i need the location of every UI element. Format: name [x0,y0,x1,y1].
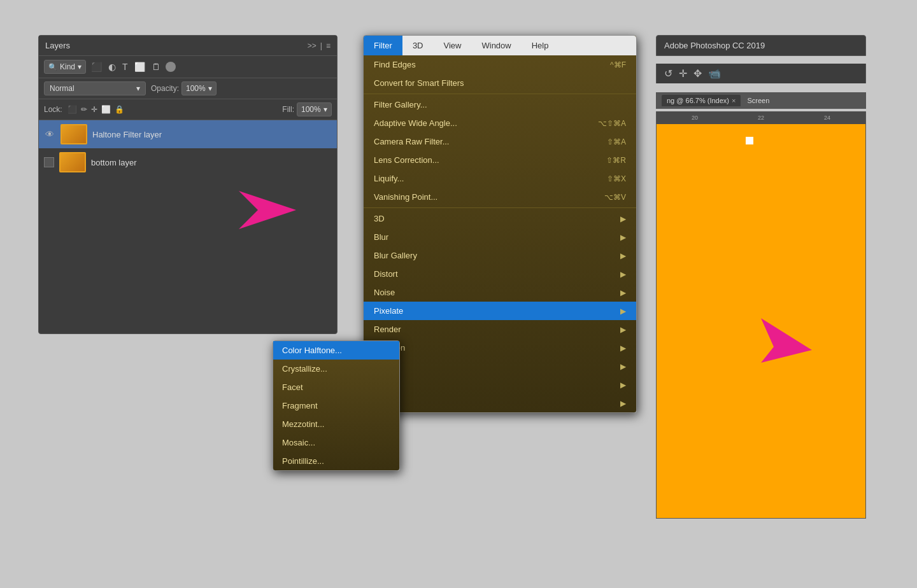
video-icon[interactable]: 📹 [708,67,721,80]
lock-pixels-icon[interactable]: ⬛ [68,105,77,114]
smart-object-icon[interactable]: 🗒 [150,60,162,73]
search-icon: 🔍 [48,63,57,71]
rotate-icon[interactable]: ↺ [664,67,672,80]
close-icon[interactable]: × [732,97,736,104]
layers-title: Layers [45,41,70,50]
layer-thumbnail-bottom [59,152,86,172]
menu-icon[interactable]: ≡ [326,41,331,50]
opacity-control: Opacity: 100% ▾ [151,81,217,95]
divider: | [320,41,322,50]
chevron-down-icon: ▾ [208,84,212,93]
arrow-pointing-submenu [755,312,818,375]
menu-item-filter-gallery[interactable]: Filter Gallery... [364,95,636,114]
submenu-item-facet[interactable]: Facet [273,378,399,396]
canvas-marker [746,137,753,144]
chevron-down-icon: ▾ [323,105,327,114]
lock-position-icon[interactable]: ✛ [91,105,97,114]
filter-menu: Filter 3D View Window Help Find Edges ^⌘… [363,35,637,413]
ps-title: Adobe Photoshop CC 2019 [664,41,765,50]
menu-item-other[interactable]: Other ▶ [364,394,636,412]
layer-item-halftone[interactable]: 👁 Haltone Filter layer [39,120,337,148]
submenu-item-pointillize[interactable]: Pointillize... [273,452,399,470]
menu-item-find-edges[interactable]: Find Edges ^⌘F [364,55,636,74]
menu-tab-help[interactable]: Help [522,36,559,55]
adjustment-icon[interactable]: ◐ [107,60,117,73]
layers-toolbar: 🔍 Kind ▾ ⬛ ◐ T ⬜ 🗒 [39,56,337,78]
layers-header: Layers >> | ≡ [39,36,337,56]
layer-name-bottom: bottom layer [91,158,137,167]
submenu-item-crystallize[interactable]: Crystallize... [273,360,399,378]
fill-value[interactable]: 100% ▾ [297,102,332,116]
move-icon[interactable]: ✛ [679,67,687,80]
pixel-icon[interactable]: ⬛ [90,60,103,73]
layer-item-bottom[interactable]: bottom layer [39,148,337,176]
menu-item-camera-raw[interactable]: Camera Raw Filter... ⇧⌘A [364,132,636,151]
menu-item-render[interactable]: Render ▶ [364,320,636,339]
submenu-item-mosaic[interactable]: Mosaic... [273,433,399,452]
menu-item-noise[interactable]: Noise ▶ [364,283,636,302]
separator-1 [364,94,636,94]
hand-icon[interactable]: ✥ [693,67,702,80]
canvas-ruler: 20 22 24 [656,111,866,124]
menu-tab-filter[interactable]: Filter [364,36,402,55]
screen-label: Screen [747,97,769,104]
ps-titlebar: Adobe Photoshop CC 2019 [656,35,866,56]
menu-topbar: Filter 3D View Window Help [364,36,636,55]
opacity-label: Opacity: [151,84,179,93]
menu-item-vanishing-point[interactable]: Vanishing Point... ⌥⌘V [364,188,636,206]
shape-icon[interactable]: ⬜ [133,60,146,73]
chevron-down-icon: ▾ [78,62,82,71]
canvas-tab-label: ng @ 66.7% (Index) [667,97,729,104]
ruler-mark-22: 22 [758,115,764,121]
menu-tab-view[interactable]: View [434,36,472,55]
expand-icon[interactable]: >> [308,41,316,50]
canvas-tabs: ng @ 66.7% (Index) × Screen [656,92,866,109]
submenu-item-color-halftone[interactable]: Color Halftone... [273,341,399,360]
svg-marker-0 [239,191,296,229]
kind-label: Kind [60,62,75,71]
opacity-value[interactable]: 100% ▾ [181,81,217,95]
menu-item-liquify[interactable]: Liquify... ⇧⌘X [364,169,636,188]
menu-item-convert-smart[interactable]: Convert for Smart Filters [364,74,636,92]
circle-icon [166,62,176,72]
submenu-item-mezzotint[interactable]: Mezzotint... [273,415,399,433]
pixelate-submenu: Color Halftone... Crystallize... Facet F… [273,340,400,471]
layers-header-icons: >> | ≡ [308,41,331,50]
ruler-mark-20: 20 [692,115,698,121]
svg-marker-1 [761,318,812,363]
menu-item-stylize[interactable]: Stylize ▶ [364,357,636,375]
layer-name-halftone: Haltone Filter layer [92,130,162,139]
menu-tab-3d[interactable]: 3D [402,36,434,55]
menu-item-adaptive[interactable]: Adaptive Wide Angle... ⌥⇧⌘A [364,114,636,132]
menu-item-pixelate[interactable]: Pixelate ▶ [364,302,636,320]
canvas-tab-main[interactable]: ng @ 66.7% (Index) × [662,95,741,106]
layers-panel: Layers >> | ≡ 🔍 Kind ▾ ⬛ ◐ T ⬜ 🗒 Normal … [38,35,338,334]
layer-checkbox-bottom[interactable] [44,157,54,167]
blend-mode-dropdown[interactable]: Normal ▾ [44,81,146,95]
chevron-down-icon: ▾ [136,84,140,93]
menu-tab-window[interactable]: Window [471,36,521,55]
lock-label: Lock: [44,105,62,114]
lock-icons: ⬛ ✏ ✛ ⬜ 🔒 [68,105,124,114]
menu-item-distort[interactable]: Distort ▶ [364,265,636,283]
type-icon[interactable]: T [121,60,129,73]
arrow-pointing-layer [226,188,302,239]
menu-item-blur[interactable]: Blur ▶ [364,228,636,246]
menu-item-sharpen[interactable]: Sharpen ▶ [364,339,636,357]
layer-thumbnail-halftone [60,124,87,144]
visibility-icon-halftone[interactable]: 👁 [44,129,55,140]
menu-item-video[interactable]: Video ▶ [364,375,636,394]
ps-toolbar: ↺ ✛ ✥ 📹 [656,64,866,83]
kind-dropdown[interactable]: 🔍 Kind ▾ [44,60,86,74]
submenu-item-fragment[interactable]: Fragment [273,396,399,415]
separator-2 [364,207,636,208]
lock-paint-icon[interactable]: ✏ [81,105,87,114]
menu-item-blur-gallery[interactable]: Blur Gallery ▶ [364,246,636,265]
ruler-marks: 20 22 24 [657,115,865,121]
ruler-mark-24: 24 [824,115,830,121]
lock-all-icon[interactable]: 🔒 [115,105,124,114]
fill-control: Fill: 100% ▾ [282,102,332,116]
menu-item-3d[interactable]: 3D ▶ [364,209,636,228]
lock-artboard-icon[interactable]: ⬜ [101,105,111,114]
menu-item-lens-correction[interactable]: Lens Correction... ⇧⌘R [364,151,636,169]
